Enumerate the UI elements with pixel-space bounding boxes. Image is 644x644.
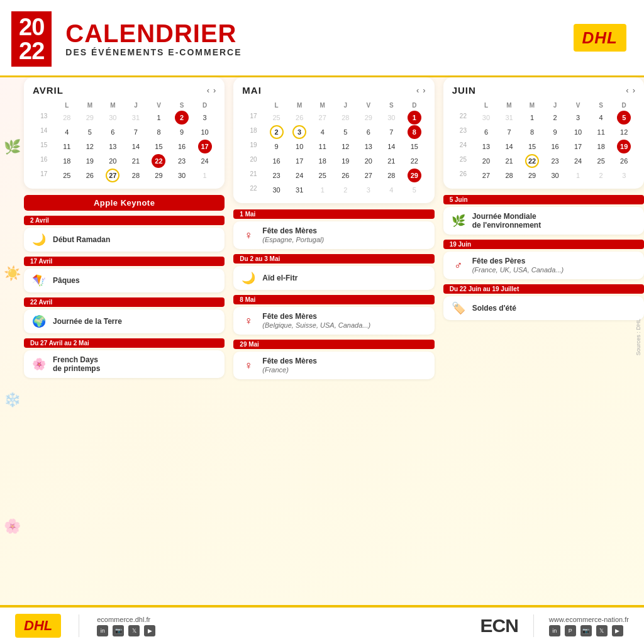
linkedin-icon[interactable]: in [97,625,108,636]
day-cell: 11 [594,125,608,139]
mai-calendar-card: MAI ‹ › L M M J V S D [233,77,434,203]
day-cell: 3 [617,169,631,182]
spring-icon: 🌸 [31,357,47,371]
date-badge-terre: 22 Avril [24,297,225,307]
day-cell: 13 [362,140,375,153]
day-cell: 28 [338,111,352,125]
day-cell: 18 [594,140,608,153]
day-label-v: V [567,101,589,110]
event-block-terre: 22 Avril 🌍 Journée de la Terre [24,297,225,333]
avril-next-icon[interactable]: › [213,86,216,95]
female-icon3: ♀️ [241,359,256,372]
day-cell: 18 [316,154,330,168]
day-cell: 20 [479,154,493,168]
event-card-ramadan: 🌙 Début Ramadan [24,228,225,252]
day-label-d: D [403,101,426,110]
ecn-youtube-icon[interactable]: ▶ [612,625,623,636]
mai-column: MAI ‹ › L M M J V S D [233,77,434,596]
event-card-aid: 🌙 Aïd el-Fitr [233,266,434,290]
footer-dhl-logo: DHL [15,614,61,638]
day-cell-3-mai: 3 [292,125,306,139]
event-text-env: Journée Mondialede l'environnement [472,212,541,230]
day-label-j: J [125,101,147,110]
day-label-s: S [170,101,193,110]
day-cell: 13 [106,140,119,153]
juin-next-icon[interactable]: › [633,86,635,95]
event-block-env: 5 Juin 🌿 Journée Mondialede l'environnem… [443,195,644,235]
paques-icon: 🪁 [31,274,47,287]
day-cell: 3 [571,111,585,125]
leaf2-icon: 🌿 [451,214,466,228]
side-decoration: 🌿 ☀️ ❄️ 🌸 [0,77,24,596]
day-cell: 14 [129,140,143,153]
mai-nav[interactable]: ‹ › [416,86,426,95]
week-26: 26 [452,169,475,182]
avril-prev-icon[interactable]: ‹ [207,86,209,95]
youtube-icon[interactable]: ▶ [144,625,155,636]
day-cell: 4 [384,183,398,197]
instagram-icon[interactable]: 📷 [113,625,124,636]
day-cell: 24 [571,154,585,168]
day-cell: 26 [292,111,306,125]
day-cell: 6 [479,125,493,139]
female-icon2: ♀️ [241,314,256,328]
avril-nav[interactable]: ‹ › [207,86,216,95]
day-cell: 21 [129,154,143,168]
avril-events: Apple Keynote 2 Avril 🌙 Début Ramadan 17… [24,195,225,378]
ecn-pinterest-icon[interactable]: P [565,625,576,636]
flower-icon: 🌸 [4,518,21,535]
day-cell: 26 [617,154,631,168]
event-card-terre: 🌍 Journée de la Terre [24,309,225,333]
ecn-twitter-icon[interactable]: 𝕏 [596,625,608,636]
ecn-website: www.ecommerce-nation.fr [549,616,629,623]
day-cell: 15 [152,140,165,153]
day-cell: 30 [270,183,284,197]
twitter-icon[interactable]: 𝕏 [128,625,140,636]
day-cell: 16 [175,140,189,153]
week-17: 17 [33,169,55,182]
date-badge-29mai: 29 Mai [233,340,434,349]
day-label-s: S [590,101,613,110]
juin-nav[interactable]: ‹ › [626,86,635,95]
event-card-peres: ♂️ Fête des Pères (France, UK, USA, Cana… [443,252,644,279]
sun-icon: ☀️ [4,265,21,282]
page-wrapper: 20 22 CALENDRIER DES ÉVÉNEMENTS E-COMMER… [0,0,644,644]
dhl-website: ecommerce.dhl.fr [97,616,155,623]
day-cell: 16 [270,154,284,168]
week-24: 24 [452,140,475,153]
day-cell-19-juin: 19 [617,140,631,153]
day-cell: 28 [129,169,143,182]
day-label-v: V [357,101,380,110]
juin-events: 5 Juin 🌿 Journée Mondialede l'environnem… [443,195,644,320]
day-label-m2: M [521,101,543,110]
week-15: 15 [33,140,55,153]
day-cell: 12 [617,125,631,139]
mai-prev-icon[interactable]: ‹ [416,86,419,95]
day-label-j: J [544,101,567,110]
juin-prev-icon[interactable]: ‹ [626,86,628,95]
header-year: 20 22 [11,11,52,67]
event-card-env: 🌿 Journée Mondialede l'environnement [443,207,644,235]
mai-next-icon[interactable]: › [423,86,425,95]
juin-month-name: JUIN [452,85,476,96]
day-cell: 1 [152,111,165,125]
calendars-row: AVRIL ‹ › L M M J V S D [24,77,644,596]
juin-calendar-card: JUIN ‹ › L M M J V S D [443,77,644,189]
globe-icon: 🌍 [31,314,47,328]
ecn-linkedin-icon[interactable]: in [549,625,560,636]
ecn-social: in P 📷 𝕏 ▶ [549,625,629,636]
event-block-peres: 19 Juin ♂️ Fête des Pères (France, UK, U… [443,240,644,279]
sources-note: Sources : DHL [635,318,641,355]
ecn-instagram-icon[interactable]: 📷 [580,625,592,636]
date-badge-19juin: 19 Juin [443,240,644,249]
day-cell: 2 [548,111,562,125]
date-badge-22juin: Du 22 Juin au 19 Juillet [443,284,644,294]
day-cell-8-mai: 8 [408,125,421,139]
juin-column: JUIN ‹ › L M M J V S D [443,77,644,596]
day-cell: 1 [316,183,330,197]
male-icon: ♂️ [451,259,466,272]
day-label-m2: M [311,101,334,110]
day-cell: 27 [316,111,330,125]
day-cell: 25 [594,154,608,168]
event-text-paques: Pâques [53,276,80,285]
